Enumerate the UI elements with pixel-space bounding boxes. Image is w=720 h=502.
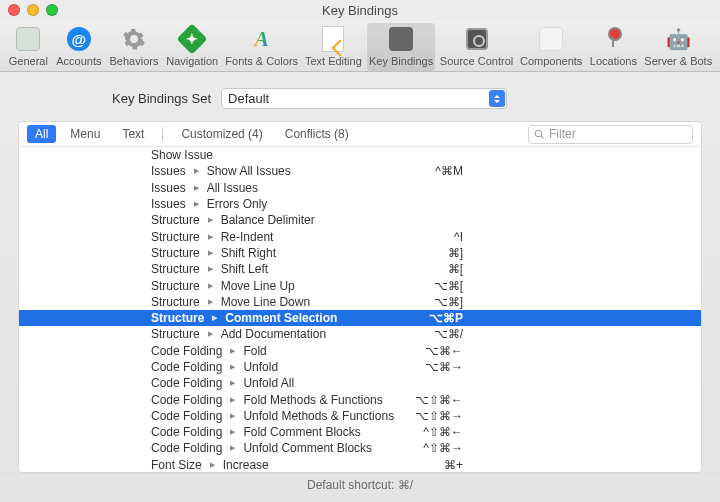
- binding-path: Structure▶Comment Selection: [151, 311, 337, 325]
- scope-all[interactable]: All: [27, 125, 56, 143]
- window-controls: [0, 4, 58, 16]
- binding-row[interactable]: Structure▶Shift Left⌘[: [19, 261, 701, 277]
- binding-shortcut: ⌥⌘P: [429, 311, 463, 325]
- toolbar-navigation[interactable]: ✦Navigation: [164, 23, 221, 71]
- chevron-right-icon: ▶: [230, 379, 235, 387]
- binding-row[interactable]: Structure▶Move Line Up⌥⌘[: [19, 277, 701, 293]
- chevron-right-icon: ▶: [230, 444, 235, 452]
- toolbar-label: Text Editing: [305, 55, 362, 67]
- chevron-right-icon: ▶: [194, 167, 199, 175]
- comp-icon: [537, 25, 565, 53]
- binding-row[interactable]: Structure▶Comment Selection⌥⌘P: [19, 310, 701, 326]
- chevrons-icon: [489, 90, 505, 107]
- scope-menu[interactable]: Menu: [62, 125, 108, 143]
- toolbar-server[interactable]: 🤖Server & Bots: [642, 23, 714, 71]
- chevron-right-icon: ▶: [210, 461, 215, 469]
- binding-path: Code Folding▶Unfold All: [151, 376, 294, 390]
- binding-shortcut: ⌥⇧⌘→: [415, 409, 463, 423]
- toolbar-text[interactable]: Text Editing: [303, 23, 364, 71]
- search-input[interactable]: Filter: [528, 125, 693, 144]
- text-icon: [319, 25, 347, 53]
- toolbar-loc[interactable]: Locations: [587, 23, 639, 71]
- binding-path: Structure▶Balance Delimiter: [151, 213, 315, 227]
- binding-row[interactable]: Issues▶Show All Issues^⌘M: [19, 163, 701, 179]
- binding-row[interactable]: Issues▶All Issues: [19, 180, 701, 196]
- chevron-right-icon: ▶: [208, 216, 213, 224]
- binding-path: Code Folding▶Fold Methods & Functions: [151, 393, 383, 407]
- set-label: Key Bindings Set: [112, 91, 211, 106]
- toolbar-label: Fonts & Colors: [225, 55, 298, 67]
- toolbar-fonts[interactable]: AFonts & Colors: [224, 23, 300, 71]
- binding-path: Structure▶Move Line Down: [151, 295, 310, 309]
- general-icon: [14, 25, 42, 53]
- fonts-icon: A: [248, 25, 276, 53]
- toolbar-label: Key Bindings: [369, 55, 433, 67]
- window-title: Key Bindings: [0, 3, 720, 18]
- binding-path: Structure▶Re-Indent: [151, 230, 273, 244]
- zoom-icon[interactable]: [46, 4, 58, 16]
- navigation-icon: ✦: [178, 25, 206, 53]
- binding-shortcut: ^I: [454, 230, 463, 244]
- toolbar-label: Source Control: [440, 55, 513, 67]
- binding-path: Issues▶Show All Issues: [151, 164, 291, 178]
- binding-shortcut: ⌘+: [444, 458, 463, 472]
- binding-shortcut: ⌘]: [448, 246, 463, 260]
- binding-row[interactable]: Code Folding▶Unfold Methods & Functions⌥…: [19, 408, 701, 424]
- binding-row[interactable]: Code Folding▶Fold Methods & Functions⌥⇧⌘…: [19, 391, 701, 407]
- search-icon: [534, 129, 545, 140]
- binding-row[interactable]: Structure▶Balance Delimiter: [19, 212, 701, 228]
- binding-row[interactable]: Code Folding▶Unfold All: [19, 375, 701, 391]
- toolbar-label: Behaviors: [110, 55, 159, 67]
- toolbar-label: General: [9, 55, 48, 67]
- binding-row[interactable]: Font Size▶Increase⌘+: [19, 457, 701, 472]
- search-placeholder: Filter: [549, 127, 576, 141]
- preferences-toolbar: General@AccountsBehaviors✦NavigationAFon…: [0, 20, 720, 72]
- chevron-right-icon: ▶: [208, 330, 213, 338]
- toolbar-key[interactable]: Key Bindings: [367, 23, 435, 71]
- scope-conflicts[interactable]: Conflicts (8): [277, 125, 357, 143]
- toolbar-comp[interactable]: Components: [518, 23, 584, 71]
- binding-row[interactable]: Code Folding▶Fold Comment Blocks^⇧⌘←: [19, 424, 701, 440]
- binding-shortcut: ⌥⌘[: [434, 279, 463, 293]
- scope-text[interactable]: Text: [114, 125, 152, 143]
- minimize-icon[interactable]: [27, 4, 39, 16]
- binding-row[interactable]: Show Issue: [19, 147, 701, 163]
- set-select[interactable]: Default: [221, 88, 507, 109]
- key-icon: [387, 25, 415, 53]
- binding-path: Code Folding▶Unfold Methods & Functions: [151, 409, 394, 423]
- chevron-right-icon: ▶: [212, 314, 217, 322]
- toolbar-label: Accounts: [56, 55, 101, 67]
- binding-row[interactable]: Structure▶Re-Indent^I: [19, 228, 701, 244]
- bindings-list[interactable]: Show IssueIssues▶Show All Issues^⌘MIssue…: [19, 147, 701, 472]
- footer: Default shortcut: ⌘/: [0, 473, 720, 495]
- binding-shortcut: ⌥⌘/: [434, 327, 463, 341]
- chevron-right-icon: ▶: [230, 363, 235, 371]
- close-icon[interactable]: [8, 4, 20, 16]
- binding-row[interactable]: Code Folding▶Fold⌥⌘←: [19, 343, 701, 359]
- behaviors-icon: [120, 25, 148, 53]
- chevron-right-icon: ▶: [230, 428, 235, 436]
- binding-row[interactable]: Structure▶Shift Right⌘]: [19, 245, 701, 261]
- binding-row[interactable]: Code Folding▶Unfold⌥⌘→: [19, 359, 701, 375]
- binding-path: Code Folding▶Unfold: [151, 360, 278, 374]
- toolbar-label: Navigation: [166, 55, 218, 67]
- toolbar-behaviors[interactable]: Behaviors: [107, 23, 161, 71]
- toolbar-label: Server & Bots: [644, 55, 712, 67]
- toolbar-src[interactable]: Source Control: [438, 23, 515, 71]
- binding-path: Code Folding▶Fold Comment Blocks: [151, 425, 361, 439]
- chevron-right-icon: ▶: [208, 265, 213, 273]
- binding-path: Structure▶Move Line Up: [151, 279, 295, 293]
- toolbar-accounts[interactable]: @Accounts: [54, 23, 104, 71]
- binding-row[interactable]: Code Folding▶Unfold Comment Blocks^⇧⌘→: [19, 440, 701, 456]
- toolbar-label: Locations: [590, 55, 637, 67]
- binding-row[interactable]: Structure▶Move Line Down⌥⌘]: [19, 294, 701, 310]
- binding-shortcut: ^⇧⌘→: [423, 441, 463, 455]
- toolbar-general[interactable]: General: [6, 23, 51, 71]
- binding-row[interactable]: Structure▶Add Documentation⌥⌘/: [19, 326, 701, 342]
- chevron-right-icon: ▶: [208, 282, 213, 290]
- binding-row[interactable]: Issues▶Errors Only: [19, 196, 701, 212]
- chevron-right-icon: ▶: [230, 412, 235, 420]
- chevron-right-icon: ▶: [230, 396, 235, 404]
- scope-customized[interactable]: Customized (4): [173, 125, 270, 143]
- chevron-right-icon: ▶: [208, 298, 213, 306]
